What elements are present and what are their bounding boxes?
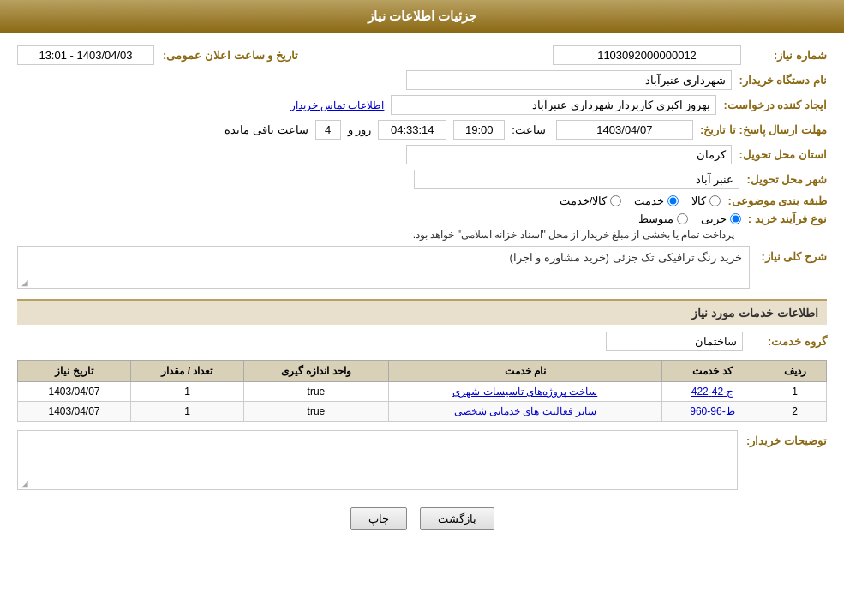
row-mohlat: مهلت ارسال پاسخ: تا تاریخ: 1403/04/07 سا… bbox=[17, 120, 827, 140]
cell-name[interactable]: سایر فعالیت های خدماتی شخصی bbox=[388, 402, 661, 422]
row-ostan: استان محل تحویل: کرمان bbox=[17, 145, 827, 164]
remaining-label: ساعت باقی مانده bbox=[224, 123, 308, 136]
radio-kala-khedmat-label: کالا/خدمت bbox=[560, 194, 608, 207]
radio-jazii-input[interactable] bbox=[730, 213, 741, 224]
radio-kala-khedmat-input[interactable] bbox=[610, 195, 621, 206]
radio-motavasset[interactable]: متوسط bbox=[638, 212, 688, 225]
cell-code[interactable]: ج-42-422 bbox=[661, 382, 763, 402]
group-label: گروه خدمت: bbox=[750, 335, 827, 348]
table-header-row: ردیف کد خدمت نام خدمت واحد اندازه گیری ت… bbox=[18, 361, 827, 382]
roz-label: روز و bbox=[348, 123, 372, 136]
services-table-section: ردیف کد خدمت نام خدمت واحد اندازه گیری ت… bbox=[17, 360, 827, 422]
cell-tedad: 1 bbox=[131, 382, 244, 402]
radio-kala[interactable]: کالا bbox=[691, 194, 721, 207]
tosih-box: ◢ bbox=[17, 430, 738, 490]
row-sharh: شرح کلی نیاز: خرید رنگ ترافیکی تک جزئی (… bbox=[17, 246, 827, 289]
col-code: کد خدمت bbox=[661, 361, 763, 382]
ijad-konande-label: ایجاد کننده درخواست: bbox=[723, 99, 827, 111]
radio-motavasset-label: متوسط bbox=[638, 212, 673, 225]
sharh-value: خرید رنگ ترافیکی تک جزئی (خرید مشاوره و … bbox=[17, 246, 750, 289]
radio-khedmat-label: خدمت bbox=[634, 194, 664, 207]
col-tarikh: تاریخ نیاز bbox=[18, 361, 131, 382]
ostan-label: استان محل تحویل: bbox=[739, 148, 827, 161]
shahr-label: شهر محل تحویل: bbox=[746, 173, 827, 186]
main-content: شماره نیاز: 1103092000000012 تاریخ و ساع… bbox=[0, 33, 844, 556]
row-tabaqe: طبقه بندی موضوعی: کالا خدمت کالا/خدمت bbox=[17, 194, 827, 207]
group-value: ساختمان bbox=[606, 332, 743, 351]
noe-frayand-radio-group: جزیی متوسط bbox=[413, 212, 741, 225]
resize-handle[interactable]: ◢ bbox=[20, 278, 28, 286]
row-name-dastgah: نام دستگاه خریدار: شهرداری عنبرآباد bbox=[17, 70, 827, 90]
col-tedad: تعداد / مقدار bbox=[131, 361, 244, 382]
table-row: 2 ط-96-960 سایر فعالیت های خدماتی شخصی t… bbox=[18, 402, 827, 422]
cell-unit: true bbox=[243, 402, 388, 422]
row-tosih: توضیحات خریدار: ◢ bbox=[17, 430, 827, 490]
print-button[interactable]: چاپ bbox=[350, 507, 407, 530]
cell-radif: 2 bbox=[763, 402, 827, 422]
cell-code[interactable]: ط-96-960 bbox=[661, 402, 763, 422]
tarikh-saet-value: 1403/04/03 - 13:01 bbox=[17, 45, 154, 65]
cell-radif: 1 bbox=[763, 382, 827, 402]
roz-value: 4 bbox=[315, 120, 341, 140]
cell-tedad: 1 bbox=[131, 402, 244, 422]
radio-khedmat[interactable]: خدمت bbox=[634, 194, 679, 207]
shomara-niaz-label: شماره نیاز: bbox=[750, 49, 827, 62]
tosih-resize-handle[interactable]: ◢ bbox=[20, 479, 28, 487]
col-name: نام خدمت bbox=[388, 361, 661, 382]
mohlat-date: 1403/04/07 bbox=[556, 120, 693, 140]
back-button[interactable]: بازگشت bbox=[420, 507, 494, 530]
sharh-text: خرید رنگ ترافیکی تک جزئی (خرید مشاوره و … bbox=[509, 251, 742, 264]
cell-tarikh: 1403/04/07 bbox=[18, 382, 131, 402]
table-row: 1 ج-42-422 ساخت پروژه‌های تاسیسات شهری t… bbox=[18, 382, 827, 402]
contact-link[interactable]: اطلاعات تماس خریدار bbox=[290, 99, 385, 111]
mohlat-remaining: 04:33:14 bbox=[378, 120, 446, 140]
tabaqe-radio-group: کالا خدمت کالا/خدمت bbox=[560, 194, 721, 207]
row-group: گروه خدمت: ساختمان bbox=[17, 332, 827, 351]
cell-name[interactable]: ساخت پروژه‌های تاسیسات شهری bbox=[388, 382, 661, 402]
radio-jazii-label: جزیی bbox=[701, 212, 727, 225]
shomara-niaz-value: 1103092000000012 bbox=[553, 45, 741, 65]
tarikh-saet-label: تاریخ و ساعت اعلان عمومی: bbox=[163, 49, 298, 62]
cell-unit: true bbox=[243, 382, 388, 402]
name-dastgah-value: شهرداری عنبرآباد bbox=[406, 70, 732, 90]
name-dastgah-label: نام دستگاه خریدار: bbox=[739, 74, 827, 87]
khadamat-section-title: اطلاعات خدمات مورد نیاز bbox=[17, 299, 827, 325]
page-wrapper: جزئیات اطلاعات نیاز شماره نیاز: 11030920… bbox=[0, 0, 844, 616]
col-radif: ردیف bbox=[763, 361, 827, 382]
shahr-value: عنبر آباد bbox=[414, 170, 739, 189]
mohlat-time: 19:00 bbox=[453, 120, 505, 140]
page-title: جزئیات اطلاعات نیاز bbox=[368, 9, 476, 23]
time-label: ساعت: bbox=[512, 123, 546, 136]
tabaqe-label: طبقه بندی موضوعی: bbox=[727, 194, 827, 207]
row-shomara: شماره نیاز: 1103092000000012 تاریخ و ساع… bbox=[17, 45, 827, 65]
button-row: بازگشت چاپ bbox=[17, 507, 827, 543]
ostan-value: کرمان bbox=[406, 145, 732, 164]
row-ijad-konande: ایجاد کننده درخواست: بهروز اکبری کاربردا… bbox=[17, 95, 827, 115]
radio-motavasset-input[interactable] bbox=[677, 213, 688, 224]
radio-kala-input[interactable] bbox=[709, 195, 721, 206]
noe-frayand-label: نوع فرآیند خرید : bbox=[748, 212, 827, 225]
mohlat-label: مهلت ارسال پاسخ: تا تاریخ: bbox=[700, 123, 827, 136]
purchase-description: پرداخت تمام یا بخشی از مبلغ خریدار از مح… bbox=[413, 229, 734, 241]
page-header: جزئیات اطلاعات نیاز bbox=[0, 0, 844, 33]
col-unit: واحد اندازه گیری bbox=[243, 361, 388, 382]
row-shahr: شهر محل تحویل: عنبر آباد bbox=[17, 170, 827, 189]
services-table: ردیف کد خدمت نام خدمت واحد اندازه گیری ت… bbox=[17, 360, 827, 422]
row-noe-frayand: نوع فرآیند خرید : جزیی متوسط پرداخت تمام… bbox=[17, 212, 827, 241]
sharh-label: شرح کلی نیاز: bbox=[758, 250, 827, 263]
radio-kala-khedmat[interactable]: کالا/خدمت bbox=[560, 194, 622, 207]
radio-jazii[interactable]: جزیی bbox=[701, 212, 741, 225]
radio-kala-label: کالا bbox=[691, 194, 706, 207]
radio-khedmat-input[interactable] bbox=[667, 195, 679, 206]
ijad-konande-value: بهروز اکبری کاربرداز شهرداری عنبرآباد bbox=[391, 95, 716, 115]
tosih-label: توضیحات خریدار: bbox=[746, 434, 827, 447]
cell-tarikh: 1403/04/07 bbox=[18, 402, 131, 422]
